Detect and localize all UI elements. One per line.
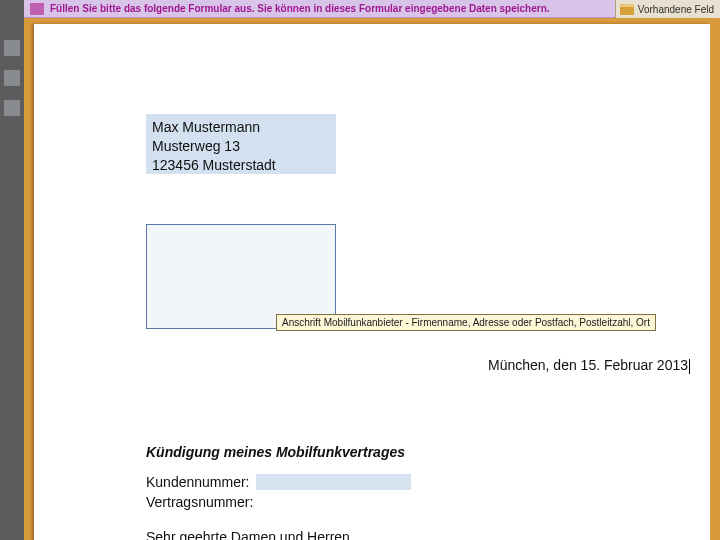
sidebar-toolbar <box>0 0 24 540</box>
form-icon <box>30 3 44 15</box>
contract-number-label: Vertragsnummer: <box>146 494 253 510</box>
date-line[interactable]: München, den 15. Februar 2013 <box>488 357 690 374</box>
form-instruction-text: Füllen Sie bitte das folgende Formular a… <box>50 3 550 14</box>
text-cursor <box>689 359 690 374</box>
contract-number-row: Vertragsnummer: <box>146 494 253 510</box>
customer-number-row: Kundennummer: <box>146 474 411 490</box>
salutation-line: Sehr geehrte Damen und Herren, <box>146 529 354 540</box>
customer-number-field[interactable] <box>256 474 411 490</box>
document-page: Max Mustermann Musterweg 13 123456 Muste… <box>34 24 710 540</box>
recipient-tooltip: Anschrift Mobilfunkanbieter - Firmenname… <box>276 314 656 331</box>
select-tool-icon[interactable] <box>4 100 20 116</box>
customer-number-label: Kundennummer: <box>146 474 250 490</box>
sender-street: Musterweg 13 <box>152 137 330 156</box>
highlight-fields-button[interactable]: Vorhandene Feld <box>615 0 720 18</box>
page-icon[interactable] <box>4 40 20 56</box>
folder-icon <box>620 4 634 15</box>
date-text: München, den 15. Februar 2013 <box>488 357 688 373</box>
sender-city: 123456 Musterstadt <box>152 156 330 175</box>
highlight-fields-label: Vorhandene Feld <box>638 4 714 15</box>
sender-name: Max Mustermann <box>152 118 330 137</box>
tooltip-text: Anschrift Mobilfunkanbieter - Firmenname… <box>282 317 650 328</box>
hand-tool-icon[interactable] <box>4 70 20 86</box>
sender-address-field[interactable]: Max Mustermann Musterweg 13 123456 Muste… <box>146 114 336 174</box>
subject-line: Kündigung meines Mobilfunkvertrages <box>146 444 405 460</box>
